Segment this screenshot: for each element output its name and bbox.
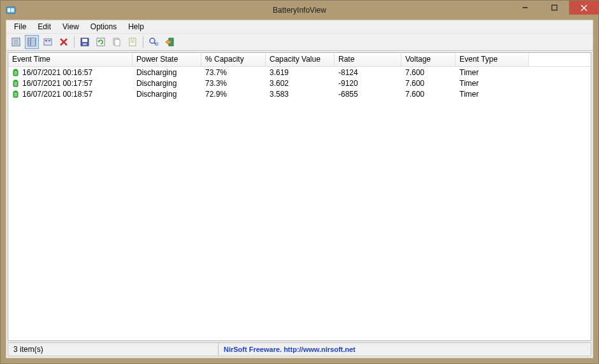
statusbar: 3 item(s) NirSoft Freeware. http://www.n… [8, 342, 591, 356]
status-item-count: 3 item(s) [8, 343, 219, 356]
minimize-button[interactable] [510, 1, 540, 15]
save-button[interactable] [78, 35, 92, 49]
cell-capacity_value: 3.602 [266, 78, 335, 88]
cell-event_type: Timer [456, 78, 529, 88]
menu-file[interactable]: File [9, 22, 31, 32]
svg-rect-38 [15, 71, 17, 75]
titlebar[interactable]: BatteryInfoView [1, 1, 598, 20]
cell-event_time: 16/07/2021 00:17:57 [8, 78, 133, 88]
svg-rect-2 [11, 8, 14, 12]
close-button[interactable] [569, 1, 598, 15]
column-header-pct_capacity[interactable]: % Capacity [201, 53, 266, 66]
status-credit: NirSoft Freeware. http://www.nirsoft.net [219, 343, 591, 356]
svg-rect-24 [97, 38, 105, 46]
battery-icon [12, 68, 22, 77]
app-icon [6, 5, 16, 15]
svg-rect-44 [15, 93, 17, 97]
cell-rate: -8124 [335, 67, 401, 78]
table-row[interactable]: 16/07/2021 00:18:57Discharging72.9%3.583… [8, 88, 591, 99]
svg-rect-17 [45, 40, 47, 41]
toolbar [6, 33, 593, 51]
svg-rect-16 [44, 39, 52, 45]
table-row[interactable]: 16/07/2021 00:16:57Discharging73.7%3.619… [8, 67, 591, 78]
app-window: BatteryInfoView File Edit View Options H… [0, 0, 599, 364]
list-body[interactable]: 16/07/2021 00:16:57Discharging73.7%3.619… [8, 67, 591, 340]
svg-point-31 [150, 38, 155, 43]
refresh-button[interactable] [94, 35, 108, 49]
svg-rect-18 [48, 40, 50, 41]
window-title: BatteryInfoView [273, 6, 326, 15]
column-header-voltage[interactable]: Voltage [401, 53, 456, 66]
cell-power_state: Discharging [133, 78, 201, 88]
options-button[interactable] [41, 35, 55, 49]
cell-power_state: Discharging [133, 67, 201, 78]
cell-voltage: 7.600 [401, 67, 456, 78]
menu-edit[interactable]: Edit [32, 22, 56, 32]
column-header-event_time[interactable]: Event Time [8, 53, 133, 66]
log-view-button[interactable] [25, 35, 39, 49]
battery-icon [12, 79, 22, 88]
svg-rect-4 [552, 5, 557, 10]
list-view[interactable]: Event TimePower State% CapacityCapacity … [8, 52, 591, 341]
svg-rect-22 [82, 39, 87, 42]
client-area: File Edit View Options Help [6, 20, 593, 358]
column-header-power_state[interactable]: Power State [133, 53, 201, 66]
column-header-capacity_value[interactable]: Capacity Value [266, 53, 335, 66]
cell-event_time: 16/07/2021 00:16:57 [8, 67, 133, 78]
cell-event_type: Timer [456, 67, 529, 78]
battery-icon [12, 90, 22, 99]
cell-capacity_value: 3.583 [266, 89, 335, 99]
info-view-button[interactable] [9, 35, 23, 49]
maximize-button[interactable] [540, 1, 569, 15]
menu-view[interactable]: View [57, 22, 84, 32]
menu-help[interactable]: Help [123, 22, 149, 32]
cell-event_time: 16/07/2021 00:18:57 [8, 89, 133, 99]
svg-rect-1 [8, 8, 10, 12]
copy-button[interactable] [110, 35, 124, 49]
svg-rect-27 [115, 39, 120, 46]
toolbar-separator [74, 36, 75, 48]
cell-power_state: Discharging [133, 89, 201, 99]
cell-pct_capacity: 72.9% [201, 89, 266, 99]
find-button[interactable] [147, 35, 161, 49]
menu-options[interactable]: Options [85, 22, 122, 32]
svg-rect-33 [155, 43, 158, 45]
table-row[interactable]: 16/07/2021 00:17:57Discharging73.3%3.602… [8, 78, 591, 88]
exit-button[interactable] [162, 35, 177, 49]
list-header: Event TimePower State% CapacityCapacity … [8, 53, 591, 67]
svg-rect-23 [83, 43, 87, 45]
svg-rect-41 [15, 82, 17, 86]
cell-pct_capacity: 73.3% [201, 78, 266, 88]
menubar: File Edit View Options Help [6, 20, 593, 33]
cell-rate: -9120 [335, 78, 401, 88]
column-header-rate[interactable]: Rate [335, 53, 401, 66]
toolbar-separator [143, 36, 143, 48]
cell-voltage: 7.600 [401, 78, 456, 88]
properties-button[interactable] [126, 35, 140, 49]
cell-capacity_value: 3.619 [266, 67, 335, 78]
cell-pct_capacity: 73.7% [201, 67, 266, 78]
cell-event_type: Timer [456, 89, 529, 99]
column-header-event_type[interactable]: Event Type [456, 53, 529, 66]
cell-voltage: 7.600 [401, 89, 456, 99]
clear-log-button[interactable] [57, 35, 71, 49]
cell-rate: -6855 [335, 89, 401, 99]
window-controls [510, 1, 598, 15]
